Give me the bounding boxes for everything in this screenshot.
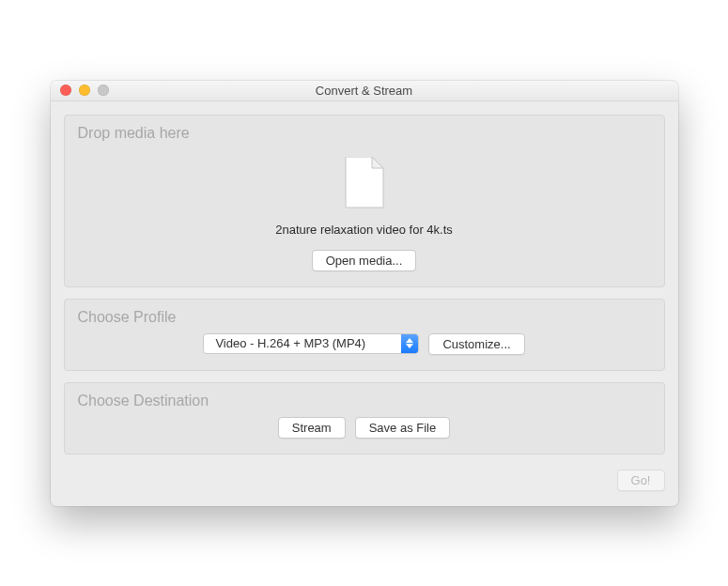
go-button[interactable]: Go! xyxy=(617,470,665,491)
file-icon xyxy=(344,157,385,209)
customize-button[interactable]: Customize... xyxy=(428,333,524,355)
minimize-icon[interactable] xyxy=(79,85,90,96)
choose-destination-group: Choose Destination Stream Save as File xyxy=(64,382,665,455)
updown-arrows-icon xyxy=(401,334,418,353)
choose-profile-group: Choose Profile Video - H.264 + MP3 (MP4)… xyxy=(64,299,665,371)
profile-select-value: Video - H.264 + MP3 (MP4) xyxy=(204,334,401,353)
zoom-icon xyxy=(98,85,109,96)
window-content: Drop media here 2nature relaxation video… xyxy=(51,101,678,506)
open-media-button[interactable]: Open media... xyxy=(312,250,417,271)
drop-media-heading: Drop media here xyxy=(78,125,651,142)
stream-button[interactable]: Stream xyxy=(278,417,346,439)
choose-profile-heading: Choose Profile xyxy=(78,309,651,326)
titlebar: Convert & Stream xyxy=(51,81,678,101)
close-icon[interactable] xyxy=(60,85,71,96)
dropped-filename: 2nature relaxation video for 4k.ts xyxy=(275,223,453,237)
footer: Go! xyxy=(64,466,665,497)
choose-destination-heading: Choose Destination xyxy=(78,393,651,409)
convert-stream-window: Convert & Stream Drop media here 2nature… xyxy=(51,81,678,506)
drop-media-group: Drop media here 2nature relaxation video… xyxy=(64,115,665,287)
drop-area[interactable]: 2nature relaxation video for 4k.ts Open … xyxy=(78,149,651,271)
save-as-file-button[interactable]: Save as File xyxy=(355,417,451,439)
profile-select[interactable]: Video - H.264 + MP3 (MP4) xyxy=(203,333,419,354)
window-title: Convert & Stream xyxy=(51,84,678,98)
window-controls xyxy=(51,85,109,96)
